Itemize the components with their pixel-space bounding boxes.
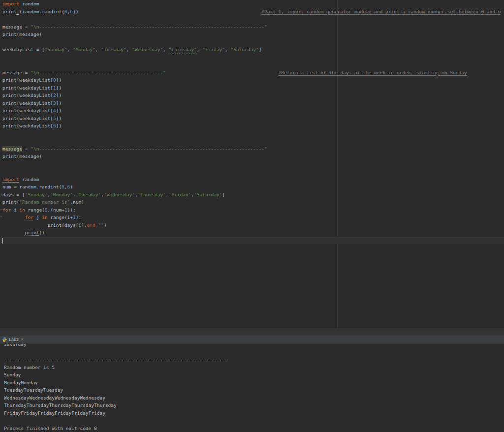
console-line: MondayMonday: [4, 379, 504, 387]
console-line: WednesdayWednesdayWednesdayWednesday: [4, 394, 504, 402]
run-tab-lab2[interactable]: Lab2 ×: [0, 336, 27, 343]
code-line: [0, 237, 504, 245]
code-line: print(weekdayList[3]): [0, 99, 504, 107]
code-line: print(message): [0, 31, 504, 38]
code-line: [0, 137, 504, 145]
code-line: weekdayList = ["Sunday", "Monday", "Tues…: [0, 46, 504, 54]
console-line: ----------------------------------------…: [4, 356, 504, 364]
fold-arrow-icon[interactable]: ▾: [0, 214, 2, 220]
code-line: print(weekdayList[5]): [0, 115, 504, 123]
console-line: [4, 348, 504, 356]
text-caret: [2, 238, 3, 244]
console-pane[interactable]: Saturday--------------------------------…: [0, 344, 504, 432]
code-line: print(weekdayList[1]): [0, 84, 504, 92]
code-line: message = "\n---------------------------…: [0, 145, 504, 153]
code-line: [0, 168, 504, 176]
code-line: import random: [0, 0, 504, 8]
code-line: print(weekdayList[0]): [0, 76, 504, 84]
console-line: ThursdayThursdayThursdayThursdayThursday: [4, 401, 504, 409]
editor-console-splitter[interactable]: [0, 328, 504, 336]
code-line: print(weekdayList[2]): [0, 92, 504, 99]
code-line: print (random.randint(0,6)) #Part 1, imp…: [0, 8, 504, 16]
close-icon[interactable]: ×: [21, 337, 24, 342]
code-line: ▾ for j in range(i+1):: [0, 214, 504, 221]
code-line: num = random.randint(0,6): [0, 183, 504, 191]
code-line: print(): [0, 229, 504, 237]
code-line: print(message): [0, 153, 504, 160]
code-line: [0, 38, 504, 46]
code-line: print(weekdayList[6]): [0, 122, 504, 130]
code-area[interactable]: import randomprint (random.randint(0,6))…: [0, 0, 504, 244]
code-line: [0, 15, 504, 23]
code-line: print("Random number is",num): [0, 198, 504, 206]
code-line: print(days[i],end=""): [0, 221, 504, 229]
console-line: Saturday: [4, 344, 504, 348]
console-line: TuesdayTuesdayTuesday: [4, 386, 504, 394]
code-line: [0, 54, 504, 62]
console-line: Random number is 5: [4, 364, 504, 371]
console-line: Process finished with exit code 0: [4, 425, 504, 432]
run-tab-label: Lab2: [9, 337, 19, 342]
code-line: print(weekdayList[4]): [0, 107, 504, 115]
code-line: message = "\n---------------------------…: [0, 69, 504, 77]
editor-pane[interactable]: import randomprint (random.randint(0,6))…: [0, 0, 504, 328]
code-line: [0, 160, 504, 168]
code-line: ▾for i in range(0,(num+1)):: [0, 206, 504, 214]
code-line: [0, 61, 504, 69]
code-line: import random: [0, 176, 504, 184]
console-output: Saturday--------------------------------…: [0, 344, 504, 432]
console-line: FridayFridayFridayFridayFridayFriday: [4, 409, 504, 417]
console-line: Sunday: [4, 371, 504, 379]
run-tool-window-tabbar: Lab2 ×: [0, 336, 504, 344]
code-line: message = "\n---------------------------…: [0, 23, 504, 31]
console-line: [4, 417, 504, 425]
fold-arrow-icon[interactable]: ▾: [0, 207, 2, 213]
code-line: days = ['Sunday','Monday','Tuesday','Wed…: [0, 191, 504, 199]
code-line: [0, 130, 504, 138]
python-file-icon: [2, 337, 7, 342]
